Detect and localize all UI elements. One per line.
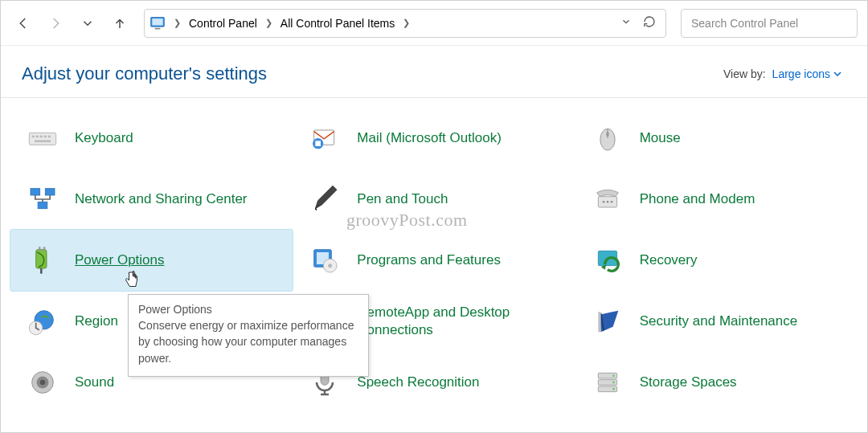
mouse-icon <box>590 121 625 156</box>
up-button[interactable] <box>107 10 133 36</box>
header-row: Adjust your computer's settings View by:… <box>1 46 867 97</box>
item-label: Pen and Touch <box>357 190 448 208</box>
refresh-button[interactable] <box>643 15 656 31</box>
svg-rect-24 <box>39 247 41 251</box>
network-icon <box>25 182 60 217</box>
control-panel-icon <box>149 15 166 31</box>
item-label: Region <box>75 312 118 330</box>
view-by-value: Large icons <box>772 67 830 80</box>
item-storage[interactable]: Storage Spaces <box>575 352 858 413</box>
chevron-right-icon: ❯ <box>260 18 277 28</box>
address-dropdown-button[interactable] <box>620 16 632 30</box>
item-security-maintenance[interactable]: Security and Maintenance <box>575 291 858 352</box>
view-by-label: View by: <box>723 67 766 80</box>
svg-rect-16 <box>31 189 40 195</box>
search-box[interactable] <box>681 9 858 38</box>
item-programs-features[interactable]: Programs and Features <box>293 230 575 291</box>
back-button[interactable] <box>10 10 36 36</box>
item-label: Recovery <box>640 251 698 269</box>
svg-rect-18 <box>38 202 47 208</box>
svg-rect-2 <box>155 27 161 29</box>
item-label: Power Options <box>75 251 165 269</box>
divider <box>1 97 867 98</box>
item-label: Network and Sharing Center <box>75 190 248 208</box>
svg-point-29 <box>328 263 332 268</box>
forward-button[interactable] <box>43 10 68 36</box>
svg-point-39 <box>40 380 46 386</box>
svg-rect-3 <box>29 133 55 145</box>
item-mail[interactable]: Mail (Microsoft Outlook) <box>293 108 575 169</box>
power-icon <box>25 243 60 278</box>
svg-rect-9 <box>35 141 51 143</box>
item-label: RemoteApp and Desktop Connections <box>357 304 560 339</box>
svg-rect-36 <box>598 312 600 332</box>
chevron-right-icon: ❯ <box>169 18 186 28</box>
breadcrumb-control-panel[interactable]: Control Panel <box>186 14 260 33</box>
tooltip-body: Conserve energy or maximize performance … <box>138 317 358 366</box>
item-label: Phone and Modem <box>640 190 755 208</box>
breadcrumb-all-items[interactable]: All Control Panel Items <box>277 14 398 33</box>
item-label: Sound <box>75 374 114 391</box>
svg-rect-5 <box>36 136 39 138</box>
item-label: Storage Spaces <box>640 374 737 391</box>
item-mouse[interactable]: Mouse <box>575 108 858 169</box>
item-label: Mouse <box>640 129 681 147</box>
svg-rect-4 <box>32 136 35 138</box>
tooltip: Power Options Conserve energy or maximiz… <box>128 294 369 377</box>
item-label: Speech Recognition <box>357 374 479 391</box>
svg-point-21 <box>606 201 608 203</box>
svg-rect-6 <box>40 136 43 138</box>
svg-point-45 <box>612 382 615 384</box>
caret-down-icon <box>833 70 841 78</box>
item-label: Mail (Microsoft Outlook) <box>357 129 501 147</box>
svg-rect-12 <box>316 141 321 146</box>
keyboard-icon <box>25 121 60 156</box>
item-keyboard[interactable]: Keyboard <box>10 108 293 169</box>
tooltip-title: Power Options <box>138 303 358 316</box>
svg-point-46 <box>612 388 615 390</box>
svg-rect-7 <box>44 136 47 138</box>
svg-rect-17 <box>45 189 55 195</box>
region-icon <box>25 304 60 339</box>
svg-rect-8 <box>48 136 51 138</box>
chevron-right-icon: ❯ <box>398 18 415 28</box>
address-bar[interactable]: ❯ Control Panel ❯ All Control Panel Item… <box>144 9 666 38</box>
toolbar: ❯ Control Panel ❯ All Control Panel Item… <box>1 1 867 46</box>
programs-icon <box>307 243 342 278</box>
svg-point-20 <box>602 201 604 203</box>
history-dropdown-button[interactable] <box>75 10 100 36</box>
svg-point-22 <box>610 201 612 203</box>
page-title: Adjust your computer's settings <box>22 63 267 84</box>
pen-icon <box>307 182 342 217</box>
item-label: Security and Maintenance <box>640 312 798 330</box>
svg-rect-1 <box>152 18 162 25</box>
mail-icon <box>307 121 342 156</box>
phone-icon <box>590 182 625 217</box>
item-recovery[interactable]: Recovery <box>575 230 858 291</box>
item-label: Programs and Features <box>357 251 501 269</box>
item-network[interactable]: Network and Sharing Center <box>10 169 293 230</box>
item-label: Keyboard <box>75 129 133 147</box>
security-icon <box>590 304 625 339</box>
item-power-options[interactable]: Power Options <box>10 230 293 291</box>
recovery-icon <box>590 243 625 278</box>
storage-icon <box>590 365 625 400</box>
item-phone-modem[interactable]: Phone and Modem <box>575 169 858 230</box>
svg-point-44 <box>612 374 615 377</box>
svg-rect-25 <box>43 247 46 251</box>
item-pen-touch[interactable]: Pen and Touch <box>293 169 575 230</box>
view-by-control: View by: Large icons <box>723 67 846 80</box>
svg-point-15 <box>606 132 608 137</box>
sound-icon <box>25 365 60 400</box>
view-by-dropdown[interactable]: Large icons <box>772 67 841 80</box>
search-input[interactable] <box>691 17 847 30</box>
